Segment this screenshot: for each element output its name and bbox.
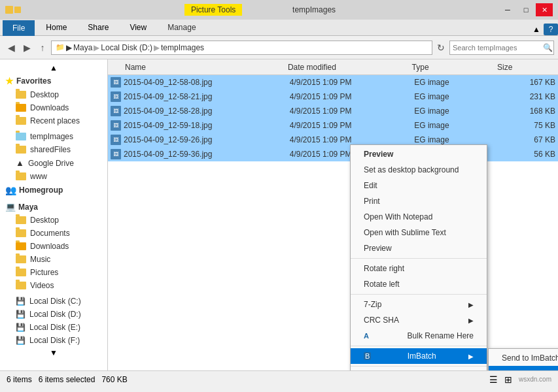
window-title: Picture Tools tempImages	[21, 5, 499, 14]
drive-icon: 💾	[16, 323, 26, 332]
ctx-rotate-right[interactable]: Rotate right	[351, 261, 487, 276]
maximize-button[interactable]: □	[517, 3, 534, 16]
ctx-separator-2	[351, 294, 487, 295]
folder-icon	[16, 255, 26, 263]
help-button[interactable]: ?	[544, 24, 558, 35]
path-tempimages: tempImages	[161, 43, 204, 52]
sidebar: ▲ ★ Favorites Desktop Downloads Recent p…	[0, 59, 108, 370]
sidebar-maya-documents[interactable]: Documents	[0, 227, 107, 240]
scroll-down[interactable]: ▼	[0, 347, 107, 359]
sidebar-favorites: ★ Favorites Desktop Downloads Recent pla…	[0, 74, 107, 127]
sidebar-drive-d[interactable]: 💾 Local Disk (D:)	[0, 308, 107, 321]
submenu-arrow: ▶	[468, 353, 474, 360]
total-size: 760 KB	[101, 375, 127, 384]
sidebar-maya-header[interactable]: 💻 Maya	[0, 200, 107, 214]
ctx-print[interactable]: Print	[351, 193, 487, 209]
homegroup-icon: 👥	[5, 185, 16, 195]
file-list: Name Date modified Type Size 🖼 2015-04-0…	[108, 59, 558, 370]
star-icon: ★	[5, 76, 14, 86]
ctx-7zip[interactable]: 7-Zip ▶	[351, 297, 487, 312]
context-menu: Preview Set as desktop background Edit P…	[350, 144, 487, 370]
tab-home[interactable]: Home	[36, 20, 77, 35]
app-icon	[5, 6, 13, 14]
tab-share[interactable]: Share	[78, 20, 118, 35]
ctx-set-desktop[interactable]: Set as desktop background	[351, 162, 487, 178]
tab-manage[interactable]: Manage	[158, 20, 205, 35]
ctx-crcsha[interactable]: CRC SHA ▶	[351, 312, 487, 328]
drive-icon: 💾	[16, 336, 26, 345]
search-box: 🔍	[449, 41, 554, 55]
up-button[interactable]: ↑	[35, 41, 50, 55]
ctx-remove-exif[interactable]: Remove Exif	[489, 366, 558, 370]
ctx-preview[interactable]: Preview	[351, 240, 487, 256]
folder-icon	[16, 104, 26, 112]
ctx-rotate-left[interactable]: Rotate left	[351, 276, 487, 292]
scroll-up[interactable]: ▲	[0, 62, 107, 74]
drive-icon: 💾	[16, 297, 26, 306]
tab-file[interactable]: File	[3, 20, 35, 36]
sidebar-item-downloads-fav[interactable]: Downloads	[0, 101, 107, 114]
view-tile-icon[interactable]: ⊞	[504, 374, 512, 385]
sidebar-item-desktop-fav[interactable]: Desktop	[0, 88, 107, 101]
back-button[interactable]: ◀	[4, 41, 18, 55]
sidebar-item-www[interactable]: www	[0, 170, 107, 183]
sidebar-maya-downloads[interactable]: Downloads	[0, 240, 107, 253]
address-bar-row: ◀ ▶ ↑ 📁 ▶ Maya ▶ Local Disk (D:) ▶ tempI…	[0, 36, 558, 59]
view-list-icon[interactable]: ☰	[489, 374, 498, 385]
sidebar-drive-e[interactable]: 💾 Local Disk (E:)	[0, 321, 107, 334]
folder-icon	[16, 269, 26, 276]
ctx-separator-1	[351, 258, 487, 259]
computer-icon: 💻	[5, 202, 16, 212]
imbatch-icon: B	[364, 352, 371, 360]
search-icon: 🔍	[543, 43, 553, 52]
ctx-preview-bold[interactable]: Preview	[351, 146, 487, 162]
sidebar-item-tempimages[interactable]: tempImages	[0, 130, 107, 143]
ctx-open-notepad[interactable]: Open With Notepad	[351, 209, 487, 225]
ctx-send-to-imbatch[interactable]: Send to ImBatch	[489, 350, 558, 366]
sidebar-maya-videos[interactable]: Videos	[0, 279, 107, 292]
ribbon-collapse-button[interactable]: ▲	[529, 24, 544, 35]
folder-icon	[16, 282, 26, 289]
watermark: wsxdn.com	[519, 376, 551, 383]
tab-view[interactable]: View	[120, 20, 156, 35]
imbatch-submenu: Send to ImBatch Remove Exif	[488, 348, 558, 370]
sidebar-maya: 💻 Maya Desktop Documents Downloads Music	[0, 200, 107, 292]
ctx-separator-4	[351, 366, 487, 367]
submenu-arrow: ▶	[468, 301, 474, 308]
sidebar-favorites-header[interactable]: ★ Favorites	[0, 74, 107, 88]
sidebar-homegroup: 👥 Homegroup	[0, 183, 107, 197]
sidebar-item-googledrive[interactable]: ▲ Google Drive	[0, 156, 107, 170]
sidebar-maya-desktop[interactable]: Desktop	[0, 214, 107, 227]
ctx-send-to[interactable]: Send to ▶	[351, 368, 487, 370]
ctx-imbatch[interactable]: B ImBatch ▶ Send to ImBatch Remove Exif	[351, 348, 487, 364]
path-localdisk: Local Disk (D:)	[101, 43, 152, 52]
ctx-edit[interactable]: Edit	[351, 178, 487, 193]
folder-icon	[16, 133, 26, 140]
app-icon2	[14, 7, 21, 13]
address-path[interactable]: 📁 ▶ Maya ▶ Local Disk (D:) ▶ tempImages	[51, 41, 432, 55]
context-menu-overlay: Preview Set as desktop background Edit P…	[108, 59, 558, 370]
sidebar-homegroup-header[interactable]: 👥 Homegroup	[0, 183, 107, 197]
sidebar-maya-pictures[interactable]: Pictures	[0, 266, 107, 279]
status-bar: 6 items 6 items selected 760 KB ☰ ⊞ wsxd…	[0, 370, 558, 387]
ribbon: File Home Share View Manage ▲ ?	[0, 20, 558, 36]
folder-icon	[16, 172, 26, 180]
refresh-button[interactable]: ↻	[434, 41, 448, 55]
item-count: 6 items	[7, 375, 32, 384]
ctx-open-sublime[interactable]: Open with Sublime Text	[351, 225, 487, 240]
drive-icon: 💾	[16, 310, 26, 319]
folder-icon	[16, 242, 26, 250]
close-button[interactable]: ✕	[536, 3, 553, 16]
title-bar-left	[5, 6, 21, 14]
sidebar-maya-music[interactable]: Music	[0, 253, 107, 266]
ctx-bulk-rename[interactable]: A Bulk Rename Here	[351, 328, 487, 344]
sidebar-drive-f[interactable]: 💾 Local Disk (F:)	[0, 334, 107, 347]
sidebar-item-sharedfiles[interactable]: sharedFiles	[0, 143, 107, 156]
sidebar-item-recent-fav[interactable]: Recent places	[0, 114, 107, 127]
forward-button[interactable]: ▶	[20, 41, 34, 55]
sidebar-drive-c[interactable]: 💾 Local Disk (C:)	[0, 295, 107, 308]
folder-icon	[16, 91, 26, 99]
minimize-button[interactable]: ─	[499, 3, 516, 16]
ribbon-tabs: File Home Share View Manage ▲ ?	[0, 20, 558, 35]
search-input[interactable]	[453, 44, 543, 52]
